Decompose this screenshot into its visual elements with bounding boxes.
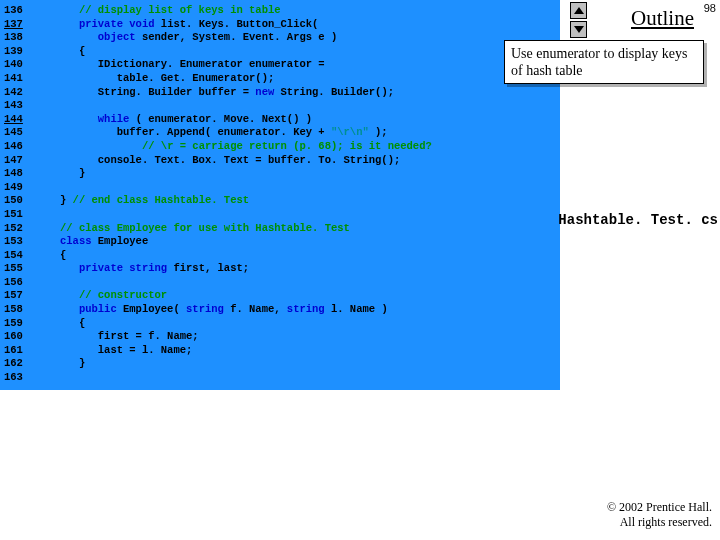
callout-box: Use enumerator to display keys of hash t…: [504, 40, 704, 84]
code-line: [60, 99, 432, 113]
line-number: 144: [4, 113, 23, 127]
line-number: 136: [4, 4, 23, 18]
code-line: {: [60, 249, 432, 263]
next-slide-button[interactable]: [570, 21, 587, 38]
line-number: 150: [4, 194, 23, 208]
line-number: 148: [4, 167, 23, 181]
code-line: private string first, last;: [60, 262, 432, 276]
line-number: 147: [4, 154, 23, 168]
line-number: 159: [4, 317, 23, 331]
line-number: 139: [4, 45, 23, 59]
footer: © 2002 Prentice Hall. All rights reserve…: [607, 500, 712, 530]
code-line: // \r = carriage return (p. 68); is it n…: [60, 140, 432, 154]
line-number: 152: [4, 222, 23, 236]
code-line: } // end class Hashtable. Test: [60, 194, 432, 208]
code-line: buffer. Append( enumerator. Key + "\r\n"…: [60, 126, 432, 140]
code-line: table. Get. Enumerator();: [60, 72, 432, 86]
line-number: 162: [4, 357, 23, 371]
nav-arrows: [570, 2, 588, 40]
footer-rights: All rights reserved.: [607, 515, 712, 530]
chevron-down-icon: [574, 26, 584, 33]
code-line: }: [60, 357, 432, 371]
code-line: public Employee( string f. Name, string …: [60, 303, 432, 317]
line-number: 155: [4, 262, 23, 276]
line-number: 138: [4, 31, 23, 45]
line-number: 149: [4, 181, 23, 195]
code-line: object sender, System. Event. Args e ): [60, 31, 432, 45]
line-number: 160: [4, 330, 23, 344]
code-line: private void list. Keys. Button_Click(: [60, 18, 432, 32]
line-number: 146: [4, 140, 23, 154]
page-number: 98: [704, 2, 716, 14]
source-filename: Hashtable. Test. cs: [558, 212, 718, 228]
code-line: [60, 276, 432, 290]
code-line: last = l. Name;: [60, 344, 432, 358]
line-number: 153: [4, 235, 23, 249]
line-number: 154: [4, 249, 23, 263]
line-number: 161: [4, 344, 23, 358]
code-line: }: [60, 167, 432, 181]
outline-title: Outline: [631, 6, 694, 31]
line-number: 145: [4, 126, 23, 140]
line-number: 156: [4, 276, 23, 290]
code-line: class Employee: [60, 235, 432, 249]
line-number: 142: [4, 86, 23, 100]
line-number: 151: [4, 208, 23, 222]
line-number-gutter: 1361371381391401411421431441451461471481…: [4, 4, 23, 385]
line-number: 140: [4, 58, 23, 72]
code-line: [60, 371, 432, 385]
code-line: {: [60, 317, 432, 331]
code-line: console. Text. Box. Text = buffer. To. S…: [60, 154, 432, 168]
code-line: [60, 181, 432, 195]
line-number: 158: [4, 303, 23, 317]
line-number: 137: [4, 18, 23, 32]
code-line: {: [60, 45, 432, 59]
footer-copyright: © 2002 Prentice Hall.: [607, 500, 712, 515]
code-line: IDictionary. Enumerator enumerator =: [60, 58, 432, 72]
line-number: 157: [4, 289, 23, 303]
code-line: // class Employee for use with Hashtable…: [60, 222, 432, 236]
chevron-up-icon: [574, 7, 584, 14]
prev-slide-button[interactable]: [570, 2, 587, 19]
code-area: 1361371381391401411421431441451461471481…: [0, 0, 560, 390]
code-line: while ( enumerator. Move. Next() ): [60, 113, 432, 127]
code-body: // display list of keys in table private…: [60, 4, 432, 385]
line-number: 163: [4, 371, 23, 385]
code-line: // display list of keys in table: [60, 4, 432, 18]
code-line: // constructor: [60, 289, 432, 303]
line-number: 143: [4, 99, 23, 113]
code-line: [60, 208, 432, 222]
line-number: 141: [4, 72, 23, 86]
code-line: first = f. Name;: [60, 330, 432, 344]
code-line: String. Builder buffer = new String. Bui…: [60, 86, 432, 100]
